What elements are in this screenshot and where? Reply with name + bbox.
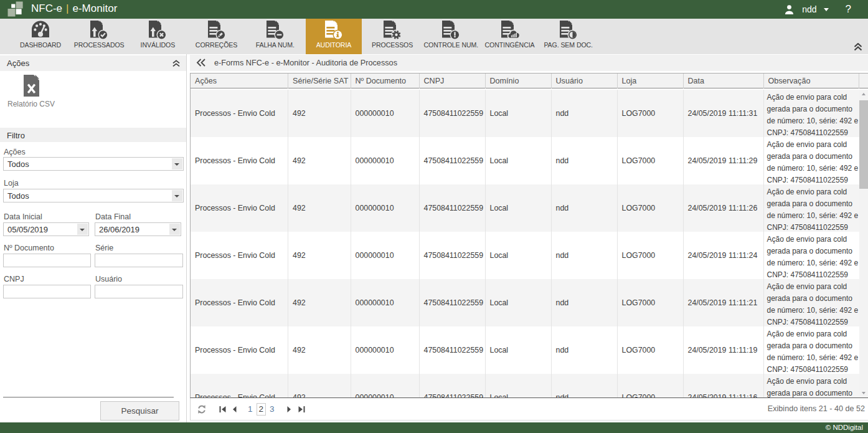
cell-cnpj: 47508411022559 xyxy=(420,326,486,374)
table-row[interactable]: Processos - Envio Cold 492 000000010 475… xyxy=(191,184,859,232)
cell-loja: LOG7000 xyxy=(618,184,684,232)
cell-observacao: Ação de envio para cold gerada para o do… xyxy=(764,232,860,279)
cell-acao: Processos - Envio Cold xyxy=(191,374,288,397)
breadcrumb-back-icon[interactable] xyxy=(196,59,206,67)
scroll-up-icon[interactable] xyxy=(859,90,868,99)
num-documento-label: Nº Documento xyxy=(4,244,54,252)
toolbar-button-label: PAG. SEM DOC. xyxy=(544,41,593,49)
loja-label: Loja xyxy=(4,179,19,188)
page-2-current[interactable]: 2 xyxy=(257,403,267,416)
toolbar-button[interactable]: PROCESSADOS xyxy=(71,19,127,54)
column-header-usuario[interactable]: Usuário xyxy=(552,74,618,88)
column-header-acoes[interactable]: Ações xyxy=(191,74,288,88)
search-button[interactable]: Pesquisar xyxy=(100,401,179,421)
refresh-icon[interactable] xyxy=(197,405,206,414)
toolbar-button[interactable]: CONTROLE NUM. xyxy=(423,19,479,54)
usuario-label: Usuário xyxy=(95,275,122,283)
page-3-link[interactable]: 3 xyxy=(270,404,275,414)
cnpj-input[interactable] xyxy=(3,285,91,298)
app-title: NFC-e|e-Monitor xyxy=(31,2,117,15)
toolbar-button[interactable]: DASHBOARD xyxy=(12,19,68,54)
next-page-icon[interactable] xyxy=(287,406,291,412)
ndd-logo xyxy=(7,1,25,17)
data-final-arrow-icon[interactable] xyxy=(169,224,180,235)
toolbar-button[interactable]: PAG. SEM DOC. xyxy=(540,19,597,54)
toolbar-button[interactable]: FALHA NUM. xyxy=(247,19,303,54)
toolbar-button-label: CORREÇÕES xyxy=(196,41,237,49)
cell-cnpj: 47508411022559 xyxy=(420,90,486,137)
cell-serie: 492 xyxy=(288,374,351,397)
toolbar-collapse-icon[interactable] xyxy=(854,43,862,51)
cell-cnpj: 47508411022559 xyxy=(420,137,486,184)
serie-input[interactable] xyxy=(95,254,183,267)
cell-dominio: Local xyxy=(486,232,552,279)
column-header-loja[interactable]: Loja xyxy=(618,74,684,88)
column-header-data[interactable]: Data xyxy=(684,74,764,88)
user-menu[interactable]: ndd xyxy=(802,4,816,14)
column-header-serie[interactable]: Série/Série SAT xyxy=(288,74,351,88)
usuario-input[interactable] xyxy=(95,285,183,298)
cell-serie: 492 xyxy=(288,326,351,374)
serie-label: Série xyxy=(95,244,113,252)
cell-loja: LOG7000 xyxy=(618,90,684,137)
footer-copyright: © NDDigital xyxy=(826,424,863,431)
loja-select[interactable]: Todos xyxy=(3,189,184,202)
sidebar: Ações Relatório CSV Filtro Ações Todos L… xyxy=(0,54,187,422)
vertical-scrollbar[interactable] xyxy=(859,90,868,397)
pager-status: Exibindo itens 21 - 40 de 52 xyxy=(768,404,865,413)
cell-acao: Processos - Envio Cold xyxy=(191,232,288,279)
cell-dominio: Local xyxy=(486,137,552,184)
toolbar-button-icon xyxy=(207,20,226,39)
cell-data: 24/05/2019 11:11:19 xyxy=(684,326,764,374)
table-row[interactable]: Processos - Envio Cold 492 000000010 475… xyxy=(191,137,859,184)
toolbar-button-label: CONTROLE NUM. xyxy=(424,41,479,49)
acoes-select[interactable]: Todos xyxy=(3,157,184,171)
data-inicial-field[interactable]: 05/05/2019 xyxy=(3,222,89,236)
column-header-dominio[interactable]: Domínio xyxy=(486,74,552,88)
table-row[interactable]: Processos - Envio Cold 492 000000010 475… xyxy=(191,90,859,137)
breadcrumb: e-Forms NFC-e - e-Monitor - Auditoria de… xyxy=(190,55,868,71)
prev-page-icon[interactable] xyxy=(233,406,237,412)
cell-acao: Processos - Envio Cold xyxy=(191,279,288,326)
chevron-down-icon[interactable] xyxy=(824,8,829,11)
table-row[interactable]: Processos - Envio Cold 492 000000010 475… xyxy=(191,232,859,279)
audit-grid: Ações Série/Série SAT Nº Documento CNPJ … xyxy=(190,73,868,398)
help-button[interactable]: ? xyxy=(846,3,851,16)
cell-acao: Processos - Envio Cold xyxy=(191,326,288,374)
scroll-down-icon[interactable] xyxy=(859,388,868,397)
scrollbar-thumb[interactable] xyxy=(859,100,868,189)
toolbar-button[interactable]: PROCESSOS xyxy=(364,19,420,54)
csv-report-button[interactable]: Relatório CSV xyxy=(6,74,56,108)
cell-acao: Processos - Envio Cold xyxy=(191,137,288,184)
column-header-cnpj[interactable]: CNPJ xyxy=(420,74,486,88)
grid-header: Ações Série/Série SAT Nº Documento CNPJ … xyxy=(191,74,868,88)
acoes-select-arrow-icon[interactable] xyxy=(172,158,182,169)
csv-file-icon xyxy=(23,74,40,97)
table-row[interactable]: Processos - Envio Cold 492 000000010 475… xyxy=(191,279,859,326)
cell-acao: Processos - Envio Cold xyxy=(191,184,288,232)
toolbar-button-label: DASHBOARD xyxy=(20,41,61,49)
cell-usuario: ndd xyxy=(552,326,618,374)
first-page-icon[interactable] xyxy=(219,406,226,412)
cell-serie: 492 xyxy=(288,232,351,279)
toolbar-button-label: PROCESSADOS xyxy=(74,41,125,49)
toolbar-button[interactable]: CONTINGÊNCIA xyxy=(482,19,538,54)
data-final-field[interactable]: 26/06/2019 xyxy=(95,222,181,236)
cell-serie: 492 xyxy=(288,184,351,232)
num-documento-input[interactable] xyxy=(3,254,91,267)
table-row[interactable]: Processos - Envio Cold 492 000000010 475… xyxy=(191,374,859,397)
column-header-ndocumento[interactable]: Nº Documento xyxy=(351,74,420,88)
toolbar-button[interactable]: AUDITORIA xyxy=(306,19,362,54)
actions-collapse-icon[interactable] xyxy=(172,60,180,67)
last-page-icon[interactable] xyxy=(298,406,305,412)
data-inicial-arrow-icon[interactable] xyxy=(77,224,88,235)
column-header-observacao[interactable]: Observação xyxy=(764,74,860,88)
loja-select-value: Todos xyxy=(7,191,29,201)
table-row[interactable]: Processos - Envio Cold 492 000000010 475… xyxy=(191,326,859,374)
toolbar-button[interactable]: INVÁLIDOS xyxy=(130,19,186,54)
cnpj-label: CNPJ xyxy=(4,275,24,283)
acoes-label: Ações xyxy=(4,148,26,156)
page-1-link[interactable]: 1 xyxy=(248,404,253,414)
loja-select-arrow-icon[interactable] xyxy=(172,190,182,201)
toolbar-button[interactable]: CORREÇÕES xyxy=(189,19,245,54)
